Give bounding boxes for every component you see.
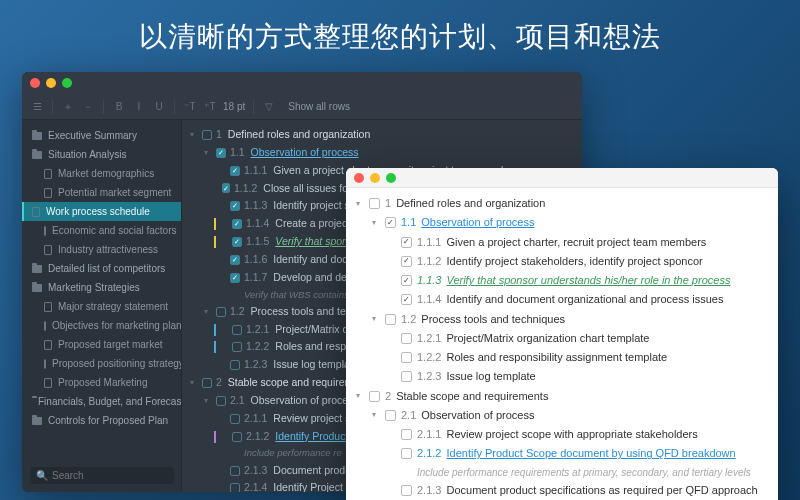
disclosure-icon[interactable]: ▾ [204,305,212,319]
sidebar-doc[interactable]: Industry attractiveness [22,240,181,259]
checkbox[interactable] [401,371,412,382]
checkbox[interactable] [369,198,380,209]
sidebar-item-label: Proposed positioning strategy [52,358,181,369]
sidebar-folder[interactable]: Marketing Strategies [22,278,181,297]
checkbox[interactable] [401,256,412,267]
sidebar-doc[interactable]: Economic and social factors [22,221,181,240]
sidebar-doc[interactable]: Proposed positioning strategy [22,354,181,373]
checkbox[interactable] [401,485,412,496]
outline-row[interactable]: 2.1.2Identify Product Scope document by … [356,444,768,463]
remove-row-icon[interactable]: － [81,100,95,114]
outline-row[interactable]: ▾1Defined roles and organization [190,126,574,144]
disclosure-icon[interactable]: ▾ [204,146,212,160]
outline-row[interactable]: ▾1.1Observation of process [356,213,768,232]
outline-row[interactable]: 1.2.2Roles and responsibility assignment… [356,348,768,367]
minimize-icon[interactable] [46,78,56,88]
checkbox[interactable] [232,342,242,352]
checkbox[interactable] [232,237,242,247]
disclosure-icon[interactable]: ▾ [190,128,198,142]
outline-row[interactable]: 1.1.2Identify project stakeholders, iden… [356,252,768,271]
sidebar-doc[interactable]: Work process schedule [22,202,181,221]
checkbox[interactable] [232,432,242,442]
checkbox[interactable] [401,294,412,305]
zoom-icon[interactable] [386,173,396,183]
sidebar-folder[interactable]: Financials, Budget, and Forecasts [22,392,181,411]
close-icon[interactable] [30,78,40,88]
checkbox[interactable] [230,201,240,211]
checkbox[interactable] [401,448,412,459]
sidebar-doc[interactable]: Proposed Marketing [22,373,181,392]
search-box[interactable]: 🔍 [30,467,174,484]
disclosure-icon[interactable]: ▾ [190,376,198,390]
checkbox[interactable] [230,466,240,476]
zoom-icon[interactable] [62,78,72,88]
disclosure-icon[interactable]: ▾ [372,216,380,230]
checkbox[interactable] [230,166,240,176]
checkbox[interactable] [202,378,212,388]
checkbox[interactable] [369,391,380,402]
close-icon[interactable] [354,173,364,183]
checkbox[interactable] [385,410,396,421]
checkbox[interactable] [230,414,240,424]
sidebar-doc[interactable]: Market demographics [22,164,181,183]
checkbox[interactable] [401,352,412,363]
checkbox[interactable] [230,483,240,492]
sidebar-item-label: Potential market segment [58,187,171,198]
underline-icon[interactable]: U [152,100,166,114]
checkbox[interactable] [232,325,242,335]
checkbox[interactable] [216,396,226,406]
checkbox[interactable] [385,314,396,325]
bold-icon[interactable]: B [112,100,126,114]
disclosure-icon[interactable]: ▾ [356,197,364,211]
checkbox[interactable] [216,148,226,158]
checkbox[interactable] [401,429,412,440]
outline-row[interactable]: 2.1.3Document product specifications as … [356,481,768,500]
disclosure-icon[interactable]: ▾ [204,394,212,408]
add-row-icon[interactable]: ＋ [61,100,75,114]
outline-row[interactable]: 1.2.1Project/Matrix organization chart t… [356,329,768,348]
sidebar-folder[interactable]: Controls for Proposed Plan [22,411,181,430]
outline-row[interactable]: 2.1.1Review project scope with appropria… [356,425,768,444]
text-smaller-icon[interactable]: ⁻T [183,100,197,114]
sidebar-doc[interactable]: Major strategy statement [22,297,181,316]
outline-row[interactable]: ▾2.1Observation of process [356,406,768,425]
minimize-icon[interactable] [370,173,380,183]
marketing-headline: 以清晰的方式整理您的计划、项目和想法 [0,0,800,70]
show-rows-dropdown[interactable]: Show all rows [282,99,356,114]
outline-row[interactable]: ▾1.2Process tools and techniques [356,310,768,329]
disclosure-icon[interactable]: ▾ [372,312,380,326]
checkbox[interactable] [401,333,412,344]
outline-row[interactable]: 1.1.4Identify and document organizationa… [356,290,768,309]
outline-row[interactable]: 1.1.3Verify that sponsor understands his… [356,271,768,290]
checkbox[interactable] [230,360,240,370]
checkbox[interactable] [230,255,240,265]
outline-row[interactable]: ▾2Stable scope and requirements [356,387,768,406]
outline-row[interactable]: Include performance requirements at prim… [356,464,768,482]
checkbox[interactable] [401,275,412,286]
sidebar-folder[interactable]: Detailed list of competitors [22,259,181,278]
search-input[interactable] [52,470,168,481]
sidebar-doc[interactable]: Proposed target market [22,335,181,354]
checkbox[interactable] [202,130,212,140]
checkbox[interactable] [230,273,240,283]
outline-row[interactable]: 1.2.3Issue log template [356,367,768,386]
sidebar-toggle-icon[interactable]: ☰ [30,100,44,114]
checkbox[interactable] [222,183,230,193]
italic-icon[interactable]: I [132,100,146,114]
text-bigger-icon[interactable]: ⁺T [203,100,217,114]
outline-row[interactable]: ▾1Defined roles and organization [356,194,768,213]
checkbox[interactable] [401,237,412,248]
checkbox[interactable] [232,219,242,229]
sidebar-folder[interactable]: Situation Analysis [22,145,181,164]
sidebar-doc[interactable]: Potential market segment [22,183,181,202]
sidebar-folder[interactable]: Executive Summary [22,126,181,145]
sidebar-doc[interactable]: Objectives for marketing plan [22,316,181,335]
disclosure-icon[interactable]: ▾ [372,408,380,422]
color-bar [214,341,216,353]
checkbox[interactable] [385,217,396,228]
disclosure-icon[interactable]: ▾ [356,389,364,403]
checkbox[interactable] [216,307,226,317]
filter-icon[interactable]: ▽ [262,100,276,114]
outline-row[interactable]: 1.1.1Given a project charter, recruit pr… [356,233,768,252]
outline-row[interactable]: ▾1.1Observation of process [190,144,574,162]
